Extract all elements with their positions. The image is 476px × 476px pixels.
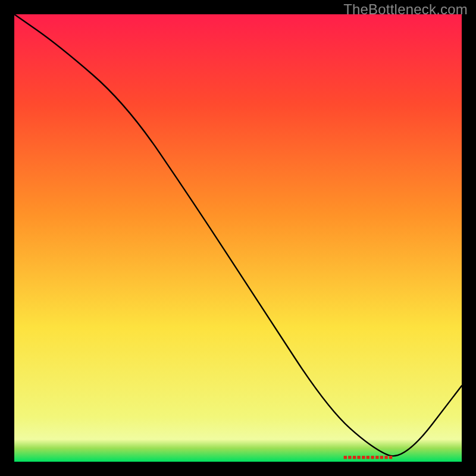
bottleneck-chart xyxy=(14,14,462,462)
plot-area: ■■■■■■■■■■■ xyxy=(14,14,462,462)
chart-frame: TheBottleneck.com ■■■■■■■■■■■ xyxy=(0,0,476,476)
gradient-background xyxy=(14,14,462,462)
